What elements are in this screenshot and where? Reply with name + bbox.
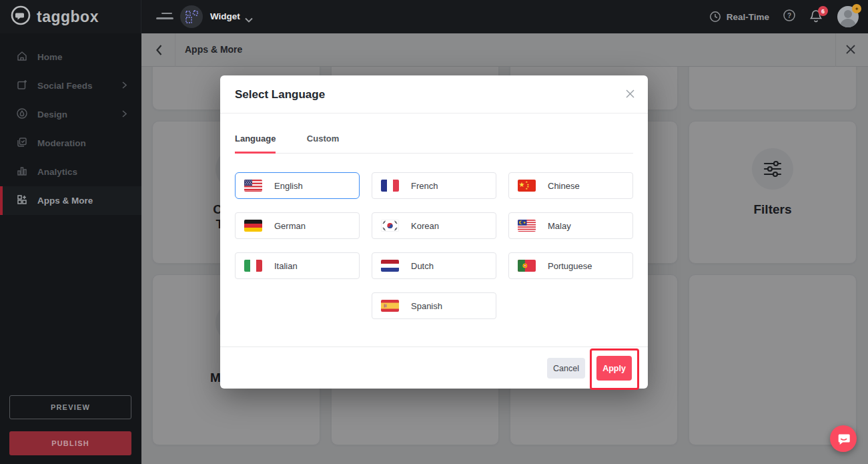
sidebar-item-label: Apps & More xyxy=(37,196,93,206)
language-label: Korean xyxy=(411,221,439,231)
language-option-korean[interactable]: Korean xyxy=(372,212,496,239)
chat-support-icon[interactable] xyxy=(830,425,857,452)
preview-button[interactable]: PREVIEW xyxy=(9,395,131,419)
sidebar-item-apps-more[interactable]: Apps & More xyxy=(0,186,141,215)
publish-button[interactable]: PUBLISH xyxy=(9,431,131,455)
svg-text:★: ★ xyxy=(523,220,526,224)
svg-text:★: ★ xyxy=(519,181,525,188)
modal-footer: Cancel Apply xyxy=(220,346,648,389)
de-flag-icon xyxy=(244,220,262,232)
us-flag-icon xyxy=(244,180,262,192)
language-option-malay[interactable]: ★Malay xyxy=(508,212,633,239)
language-label: German xyxy=(274,221,306,231)
language-label: Italian xyxy=(274,261,298,271)
moderation-icon xyxy=(16,136,28,150)
svg-text:★: ★ xyxy=(526,187,528,190)
clock-icon xyxy=(709,11,721,23)
notifications-bell-icon[interactable]: 6 xyxy=(809,9,824,25)
language-label: Malay xyxy=(548,221,571,231)
language-option-dutch[interactable]: Dutch xyxy=(372,252,496,279)
home-icon xyxy=(16,50,28,64)
sidebar: HomeSocial FeedsDesignModerationAnalytic… xyxy=(0,33,141,464)
social-icon xyxy=(16,79,28,93)
sidebar-item-label: Design xyxy=(37,109,67,120)
modal-close-icon[interactable] xyxy=(625,89,637,101)
language-grid: EnglishFrench★★★★★ChineseGermanKorean★Ma… xyxy=(235,172,633,319)
taggbox-logo-icon xyxy=(11,5,31,28)
language-label: Spanish xyxy=(411,301,442,311)
chevron-right-icon xyxy=(122,109,127,120)
top-bar: taggbox Widget Real-Time ? 6 xyxy=(0,0,868,33)
sidebar-item-home[interactable]: Home xyxy=(0,43,141,71)
language-option-italian[interactable]: Italian xyxy=(235,252,360,279)
tab-language[interactable]: Language xyxy=(235,134,276,153)
language-option-portuguese[interactable]: Portuguese xyxy=(508,252,633,279)
sidebar-item-design[interactable]: Design xyxy=(0,100,141,129)
sidebar-item-label: Home xyxy=(37,52,63,62)
help-icon[interactable]: ? xyxy=(783,9,796,25)
widget-icon[interactable] xyxy=(180,5,203,28)
realtime-status[interactable]: Real-Time xyxy=(709,11,769,23)
brand-name: taggbox xyxy=(37,8,99,26)
es-flag-icon xyxy=(381,300,399,312)
modal-title: Select Language xyxy=(235,88,325,101)
collapse-menu-icon[interactable] xyxy=(156,11,173,22)
chevron-down-icon[interactable] xyxy=(245,13,253,25)
modal-tabs: Language Custom xyxy=(235,132,633,154)
modal-header: Select Language xyxy=(220,75,648,113)
sidebar-item-label: Moderation xyxy=(37,138,86,148)
language-label: Portuguese xyxy=(548,261,592,271)
sidebar-item-analytics[interactable]: Analytics xyxy=(0,158,141,186)
sidebar-item-social-feeds[interactable]: Social Feeds xyxy=(0,71,141,100)
app-root: taggbox Widget Real-Time ? 6 xyxy=(0,0,868,464)
pt-flag-icon xyxy=(518,260,536,272)
language-option-french[interactable]: French xyxy=(372,172,496,199)
nl-flag-icon xyxy=(381,260,399,272)
it-flag-icon xyxy=(244,260,262,272)
select-language-modal: Select Language Language Custom EnglishF… xyxy=(220,75,648,389)
apply-button[interactable]: Apply xyxy=(596,356,632,381)
brand-logo[interactable]: taggbox xyxy=(0,0,141,33)
language-label: French xyxy=(411,181,438,191)
design-icon xyxy=(16,107,28,122)
svg-text:?: ? xyxy=(787,12,791,19)
language-option-spanish[interactable]: Spanish xyxy=(372,292,496,319)
widget-selector-label[interactable]: Widget xyxy=(210,11,240,21)
kr-flag-icon xyxy=(381,220,399,232)
sidebar-item-label: Social Feeds xyxy=(37,81,93,91)
tab-custom[interactable]: Custom xyxy=(307,134,339,153)
language-option-german[interactable]: German xyxy=(235,212,360,239)
premium-badge-icon: ✦ xyxy=(852,4,861,13)
my-flag-icon: ★ xyxy=(518,220,536,232)
fr-flag-icon xyxy=(381,180,399,192)
sidebar-item-moderation[interactable]: Moderation xyxy=(0,129,141,158)
notification-count-badge: 6 xyxy=(818,6,828,16)
language-option-english[interactable]: English xyxy=(235,172,360,199)
cancel-button[interactable]: Cancel xyxy=(547,358,585,379)
apps-icon xyxy=(16,194,28,208)
language-label: Chinese xyxy=(548,181,580,191)
user-avatar[interactable]: ✦ xyxy=(837,6,859,27)
language-label: Dutch xyxy=(411,261,434,271)
chevron-right-icon xyxy=(122,81,127,91)
language-label: English xyxy=(274,181,303,191)
analytics-icon xyxy=(16,165,28,179)
sidebar-item-label: Analytics xyxy=(37,167,77,177)
language-option-chinese[interactable]: ★★★★★Chinese xyxy=(508,172,633,199)
cn-flag-icon: ★★★★★ xyxy=(518,180,536,192)
